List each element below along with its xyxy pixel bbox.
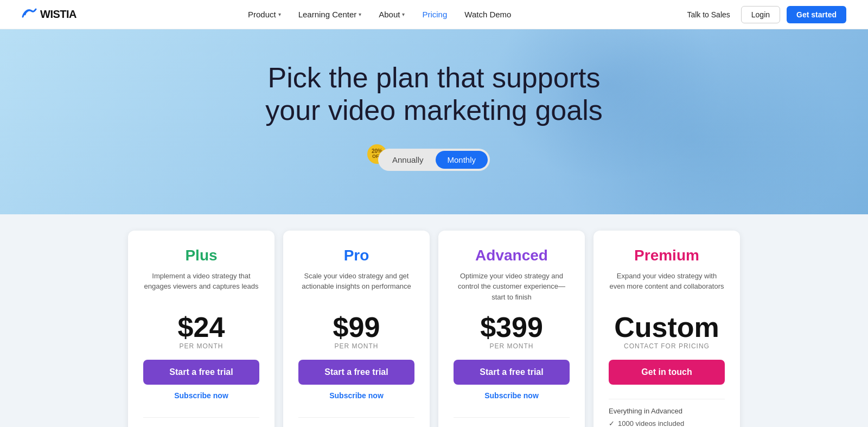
- pricing-card-advanced: Advanced Optimize your video strategy an…: [438, 231, 585, 427]
- plan-description-premium: Expand your video strategy with even mor…: [609, 271, 725, 303]
- login-button[interactable]: Login: [741, 6, 780, 23]
- pricing-card-pro: Pro Scale your video strategy and get ac…: [283, 231, 430, 427]
- billing-toggle-wrap: 20% OFF Annually Monthly: [22, 149, 846, 171]
- plan-features-pro: Everything in Plus ✓ 50 videos included …: [298, 425, 414, 427]
- plan-name-premium: Premium: [609, 247, 725, 264]
- plan-name-pro: Pro: [298, 247, 414, 264]
- pricing-card-premium: Premium Expand your video strategy with …: [593, 231, 740, 427]
- subscribe-now-link-plus[interactable]: Subscribe now: [143, 391, 259, 400]
- features-header-premium: Everything in Advanced: [609, 407, 725, 415]
- cta-trial-button-plus[interactable]: Start a free trial: [143, 360, 259, 385]
- chevron-down-icon: ▾: [359, 11, 361, 17]
- cta-trial-button-advanced[interactable]: Start a free trial: [454, 360, 570, 385]
- plan-description-pro: Scale your video strategy and get action…: [298, 271, 414, 303]
- plan-price-plus: $24: [143, 313, 259, 341]
- plan-price-unit-plus: PER MONTH: [143, 342, 259, 350]
- cta-trial-button-pro[interactable]: Start a free trial: [298, 360, 414, 385]
- plan-features-advanced: Everything in Pro ✓ 250 videos included …: [454, 425, 570, 427]
- plan-price-unit-premium: CONTACT FOR PRICING: [609, 342, 725, 350]
- logo-text: WISTIA: [40, 8, 76, 21]
- nav-watch-demo[interactable]: Watch Demo: [457, 7, 519, 22]
- navbar: WISTIA Product ▾ Learning Center ▾ About…: [0, 0, 868, 29]
- chevron-down-icon: ▾: [402, 11, 405, 17]
- divider: [454, 417, 570, 418]
- plan-features-plus: Everything in Free ✓ 20 videos included …: [143, 425, 259, 427]
- hero-title: Pick the plan that supports your video m…: [244, 62, 624, 127]
- plan-features-premium: Everything in Advanced ✓ 1000 videos inc…: [609, 407, 725, 427]
- talk-to-sales-button[interactable]: Talk to Sales: [682, 8, 734, 21]
- get-started-button[interactable]: Get started: [787, 6, 846, 23]
- plan-description-advanced: Optimize your video strategy and control…: [454, 271, 570, 303]
- toggle-monthly-button[interactable]: Monthly: [436, 151, 488, 169]
- cta-trial-button-premium[interactable]: Get in touch: [609, 360, 725, 385]
- hero-section: Pick the plan that supports your video m…: [0, 29, 868, 214]
- wistia-logo-icon: [22, 7, 37, 22]
- subscribe-now-link-pro[interactable]: Subscribe now: [298, 391, 414, 400]
- nav-pricing[interactable]: Pricing: [414, 7, 455, 22]
- nav-links: Product ▾ Learning Center ▾ About ▾ Pric…: [240, 7, 519, 22]
- features-header-plus: Everything in Free: [143, 425, 259, 427]
- nav-learning-center[interactable]: Learning Center ▾: [291, 7, 369, 22]
- feature-item: ✓ 1000 videos included: [609, 419, 725, 427]
- plan-price-advanced: $399: [454, 313, 570, 341]
- toggle-annually-button[interactable]: Annually: [380, 151, 436, 169]
- plan-name-advanced: Advanced: [454, 247, 570, 264]
- subscribe-now-link-advanced[interactable]: Subscribe now: [454, 391, 570, 400]
- plan-price-unit-advanced: PER MONTH: [454, 342, 570, 350]
- check-icon: ✓: [609, 419, 615, 427]
- plan-price-pro: $99: [298, 313, 414, 341]
- plan-description-plus: Implement a video strategy that engages …: [143, 271, 259, 303]
- plan-price-premium: Custom: [609, 313, 725, 341]
- divider: [298, 417, 414, 418]
- pricing-section: Plus Implement a video strategy that eng…: [0, 214, 868, 427]
- nav-right-actions: Talk to Sales Login Get started: [682, 6, 846, 23]
- billing-toggle: Annually Monthly: [378, 149, 490, 171]
- divider: [143, 417, 259, 418]
- chevron-down-icon: ▾: [278, 11, 281, 17]
- nav-product[interactable]: Product ▾: [240, 7, 289, 22]
- nav-about[interactable]: About ▾: [371, 7, 412, 22]
- features-header-pro: Everything in Plus: [298, 425, 414, 427]
- plan-name-plus: Plus: [143, 247, 259, 264]
- plan-price-unit-pro: PER MONTH: [298, 342, 414, 350]
- features-header-advanced: Everything in Pro: [454, 425, 570, 427]
- divider: [609, 399, 725, 399]
- pricing-card-plus: Plus Implement a video strategy that eng…: [128, 231, 275, 427]
- logo[interactable]: WISTIA: [22, 7, 76, 22]
